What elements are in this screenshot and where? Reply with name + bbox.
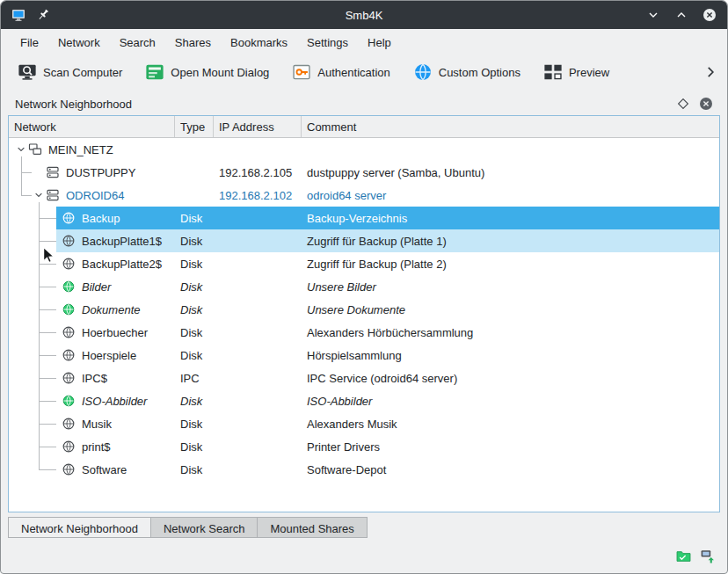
column-header-network[interactable]: Network	[9, 116, 175, 137]
comment-cell: odroid64 server	[302, 189, 719, 202]
network-cell: print$	[9, 440, 175, 454]
tree-row-backupplatte2[interactable]: BackupPlatte2$DiskZugriff für Backup (Pl…	[9, 252, 719, 275]
column-header-ip-address[interactable]: IP Address	[214, 116, 302, 137]
tab-network-neighborhood[interactable]: Network Neighborhood	[8, 517, 151, 538]
comment-cell: Unsere Bilder	[302, 280, 719, 294]
network-neighborhood-dock: Network Neighborhood Network Type IP Add…	[8, 92, 720, 512]
network-treeview: Network Type IP Address Comment MEIN_NET…	[8, 115, 720, 512]
preview-icon	[543, 62, 563, 82]
tree-row-backupplatte1[interactable]: BackupPlatte1$DiskZugriff für Backup (Pl…	[9, 229, 719, 252]
pin-icon[interactable]	[36, 8, 50, 22]
tree-row-print[interactable]: print$DiskPrinter Drivers	[9, 435, 719, 458]
item-name: ISO-Abbilder	[82, 395, 147, 408]
column-header-type[interactable]: Type	[175, 116, 214, 137]
share-mounted-icon	[62, 302, 76, 316]
type-cell: Disk	[175, 349, 214, 362]
expander-chevron-down-icon[interactable]	[14, 142, 28, 156]
menu-item-settings[interactable]: Settings	[298, 33, 357, 53]
tree-body: MEIN_NETZDUSTPUPPY192.168.2.105dustpuppy…	[9, 138, 719, 512]
tab-mounted-shares[interactable]: Mounted Shares	[258, 517, 367, 538]
menu-item-file[interactable]: File	[11, 33, 47, 53]
tree-row-hoerbuecher[interactable]: HoerbuecherDiskAlexanders Hörbüchersamml…	[9, 321, 719, 344]
column-header-comment[interactable]: Comment	[302, 116, 719, 137]
item-name: ODROID64	[66, 189, 124, 202]
expander-chevron-down-icon[interactable]	[32, 188, 46, 202]
scan-computer-button[interactable]: Scan Computer	[10, 58, 130, 86]
type-cell: Disk	[175, 280, 214, 294]
minimize-chevron-down-icon[interactable]	[646, 8, 660, 22]
tree-indent	[9, 401, 62, 402]
open-mount-dialog-button[interactable]: Open Mount Dialog	[137, 58, 277, 86]
tree-indent	[9, 424, 62, 425]
network-cell: MEIN_NETZ	[9, 142, 175, 156]
menu-item-shares[interactable]: Shares	[166, 33, 220, 53]
share-icon	[62, 348, 76, 362]
maximize-chevron-up-icon[interactable]	[674, 8, 688, 22]
statusbar	[1, 538, 727, 573]
tree-row-odroid64[interactable]: ODROID64192.168.2.102odroid64 server	[9, 184, 719, 207]
mounted-share-icon	[676, 549, 691, 563]
comment-cell: ISO-Abbilder	[302, 395, 719, 408]
share-mounted-icon	[62, 394, 76, 408]
share-icon	[62, 417, 76, 431]
item-name: Backup	[82, 212, 120, 225]
comment-cell: Unsere Dokumente	[302, 303, 719, 316]
tree-row-dokumente[interactable]: DokumenteDiskUnsere Dokumente	[9, 298, 719, 321]
menu-item-search[interactable]: Search	[111, 33, 164, 53]
workgroup-icon	[28, 142, 42, 156]
item-name: Bilder	[82, 280, 111, 294]
type-cell: Disk	[175, 463, 214, 476]
comment-cell: Zugriff für Backup (Platte 2)	[302, 258, 719, 271]
toolbar-button-label: Preview	[569, 66, 609, 79]
share-icon	[62, 211, 76, 225]
menu-item-help[interactable]: Help	[359, 33, 400, 53]
toolbar-overflow-chevron-right-icon[interactable]	[703, 64, 718, 80]
menu-item-network[interactable]: Network	[49, 33, 109, 53]
preview-button[interactable]: Preview	[535, 58, 617, 86]
app-icon	[11, 8, 25, 22]
comment-cell: Printer Drivers	[302, 440, 719, 454]
close-icon[interactable]	[703, 8, 717, 22]
tree-row-software[interactable]: SoftwareDiskSoftware-Depot	[9, 458, 719, 481]
share-icon	[62, 371, 76, 385]
item-name: DUSTPUPPY	[66, 166, 135, 179]
comment-cell: Backup-Verzeichnis	[302, 212, 719, 225]
comment-cell: dustpuppy server (Samba, Ubuntu)	[302, 166, 719, 179]
tree-row-bilder[interactable]: BilderDiskUnsere Bilder	[9, 275, 719, 298]
tree-row-musik[interactable]: MusikDiskAlexanders Musik	[9, 412, 719, 435]
network-cell: Backup	[9, 211, 175, 225]
type-cell: Disk	[175, 326, 214, 339]
dock-close-icon[interactable]	[699, 97, 713, 111]
network-status-icon	[700, 549, 715, 563]
tree-indent	[9, 378, 62, 379]
float-diamond-icon[interactable]	[676, 97, 690, 111]
scan-computer-icon	[18, 62, 37, 82]
tree-indent	[9, 264, 62, 265]
item-name: Hoerbuecher	[82, 326, 148, 339]
authentication-icon	[292, 62, 311, 82]
tab-network-search[interactable]: Network Search	[151, 517, 258, 538]
tree-row-mein-netz[interactable]: MEIN_NETZ	[9, 138, 719, 161]
menubar: FileNetworkSearchSharesBookmarksSettings…	[1, 29, 727, 55]
toolbar-button-label: Scan Computer	[43, 66, 122, 79]
toolbar-button-label: Open Mount Dialog	[171, 66, 269, 79]
tree-row-dustpuppy[interactable]: DUSTPUPPY192.168.2.105dustpuppy server (…	[9, 161, 719, 184]
titlebar-left-icons	[11, 8, 50, 22]
authentication-button[interactable]: Authentication	[284, 58, 397, 86]
smb4k-window: Smb4K FileNetworkSearchSharesBookmarksSe…	[0, 0, 728, 574]
tabbar: Network NeighborhoodNetwork SearchMounte…	[1, 517, 727, 538]
tree-row-hoerspiele[interactable]: HoerspieleDiskHörspielsammlung	[9, 344, 719, 367]
comment-cell: IPC Service (odroid64 server)	[302, 372, 719, 385]
host-icon	[46, 165, 60, 179]
network-cell: Hoerspiele	[9, 348, 175, 362]
tree-row-ipc[interactable]: IPC$IPCIPC Service (odroid64 server)	[9, 367, 719, 389]
share-icon	[62, 325, 76, 339]
type-cell: Disk	[175, 258, 214, 271]
type-cell: IPC	[175, 372, 214, 385]
menu-item-bookmarks[interactable]: Bookmarks	[222, 33, 296, 53]
tree-row-iso-abbilder[interactable]: ISO-AbbilderDiskISO-Abbilder	[9, 389, 719, 412]
tree-indent	[9, 172, 32, 173]
tree-row-backup[interactable]: BackupDiskBackup-Verzeichnis	[9, 207, 719, 229]
custom-options-button[interactable]: Custom Options	[405, 58, 528, 86]
network-cell: Musik	[9, 417, 175, 431]
